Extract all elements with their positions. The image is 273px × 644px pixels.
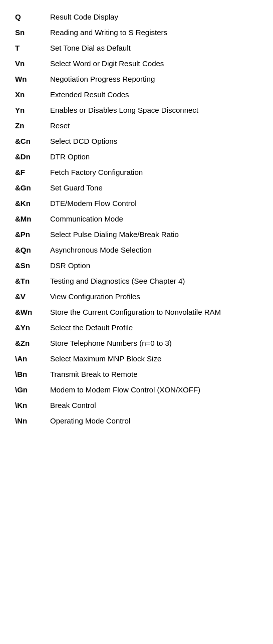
command-key: Wn [15,75,50,83]
table-row: &MnCommunication Mode [15,211,258,227]
table-row: &ZnStore Telephone Numbers (n=0 to 3) [15,335,258,351]
table-row: SnReading and Writing to S Registers [15,25,258,40]
command-desc: Select the Default Profile [50,323,258,332]
command-key: T [15,44,50,52]
table-row: &YnSelect the Default Profile [15,320,258,335]
table-row: \AnSelect Maximum MNP Block Size [15,351,258,366]
command-key: &Qn [15,246,50,254]
command-key: &Mn [15,214,50,223]
table-row: YnEnables or Disables Long Space Disconn… [15,102,258,118]
command-desc: DTR Option [50,152,258,161]
command-desc: Reset [50,121,258,130]
command-key: &Zn [15,339,50,347]
table-row: &QnAsynchronous Mode Selection [15,242,258,258]
table-row: &KnDTE/Modem Flow Control [15,195,258,211]
command-key: \Nn [15,416,50,425]
command-desc: Extended Result Codes [50,90,258,99]
command-key: &Wn [15,308,50,316]
table-row: &CnSelect DCD Options [15,133,258,149]
command-key: Zn [15,121,50,130]
command-key: Yn [15,106,50,114]
command-desc: Store Telephone Numbers (n=0 to 3) [50,339,258,347]
command-desc: Asynchronous Mode Selection [50,246,258,254]
command-desc: Select Pulse Dialing Make/Break Ratio [50,230,258,239]
command-key: &F [15,168,50,176]
command-key: \Kn [15,401,50,409]
command-desc: Reading and Writing to S Registers [50,28,258,37]
command-desc: Enables or Disables Long Space Disconnec… [50,106,258,114]
table-row: TSet Tone Dial as Default [15,40,258,56]
command-key: &Cn [15,137,50,145]
command-desc: Communication Mode [50,214,258,223]
table-row: QResult Code Display [15,9,258,25]
command-key: Sn [15,28,50,37]
command-key: &Tn [15,277,50,285]
command-key: &V [15,292,50,301]
command-key: Xn [15,90,50,99]
command-key: &Yn [15,323,50,332]
table-row: VnSelect Word or Digit Result Codes [15,56,258,71]
command-desc: Operating Mode Control [50,416,258,425]
table-row: &TnTesting and Diagnostics (See Chapter … [15,273,258,289]
command-desc: Select DCD Options [50,137,258,145]
command-desc: DTE/Modem Flow Control [50,199,258,207]
command-desc: Testing and Diagnostics (See Chapter 4) [50,277,258,285]
command-desc: Modem to Modem Flow Control (XON/XOFF) [50,385,258,394]
command-desc: DSR Option [50,261,258,270]
table-row: \BnTransmit Break to Remote [15,366,258,382]
table-row: WnNegotiation Progress Reporting [15,71,258,87]
table-row: &SnDSR Option [15,258,258,273]
command-desc: View Configuration Profiles [50,292,258,301]
command-key: \An [15,354,50,363]
command-desc: Break Control [50,401,258,409]
table-row: &VView Configuration Profiles [15,289,258,304]
command-key: &Gn [15,183,50,192]
table-row: \NnOperating Mode Control [15,413,258,428]
command-desc: Transmit Break to Remote [50,370,258,378]
command-desc: Select Word or Digit Result Codes [50,59,258,68]
command-desc: Set Guard Tone [50,183,258,192]
table-row: &PnSelect Pulse Dialing Make/Break Ratio [15,227,258,242]
command-desc: Select Maximum MNP Block Size [50,354,258,363]
table-row: &DnDTR Option [15,149,258,164]
command-key: &Kn [15,199,50,207]
table-row: \KnBreak Control [15,397,258,413]
command-key: &Dn [15,152,50,161]
command-key: Q [15,13,50,21]
table-row: XnExtended Result Codes [15,87,258,102]
table-row: &FFetch Factory Configuration [15,164,258,180]
command-table: QResult Code DisplaySnReading and Writin… [15,9,258,428]
table-row: ZnReset [15,118,258,133]
command-key: \Gn [15,385,50,394]
command-desc: Set Tone Dial as Default [50,44,258,52]
command-desc: Fetch Factory Configuration [50,168,258,176]
table-row: &WnStore the Current Configuration to No… [15,304,258,320]
command-desc: Negotiation Progress Reporting [50,75,258,83]
command-key: &Pn [15,230,50,239]
table-row: \GnModem to Modem Flow Control (XON/XOFF… [15,382,258,397]
command-desc: Store the Current Configuration to Nonvo… [50,308,258,316]
command-key: &Sn [15,261,50,270]
command-key: Vn [15,59,50,68]
table-row: &GnSet Guard Tone [15,180,258,195]
command-desc: Result Code Display [50,13,258,21]
command-key: \Bn [15,370,50,378]
